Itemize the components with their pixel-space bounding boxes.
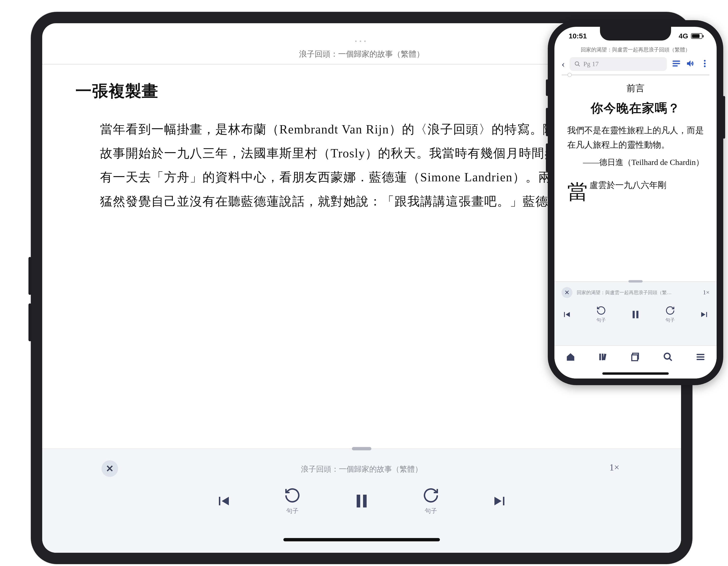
- iphone-device: 10:51 4G 回家的渴望：與盧雲一起再思浪子回頭（繁體） ‹ Pg 17: [548, 20, 723, 385]
- svg-point-2: [575, 62, 579, 65]
- skip-previous-button[interactable]: [215, 492, 232, 510]
- rewind-sentence-button[interactable]: 句子: [596, 305, 606, 323]
- chapter-heading: 你今晚在家嗎？: [567, 100, 704, 117]
- svg-rect-0: [357, 495, 360, 507]
- toc-icon[interactable]: [672, 59, 681, 69]
- pause-button[interactable]: [631, 309, 640, 319]
- rewind-sentence-button[interactable]: 句子: [284, 487, 301, 515]
- tab-reading[interactable]: [631, 352, 640, 363]
- body-start: 盧雲於一九八六年剛: [590, 180, 666, 190]
- svg-point-12: [664, 353, 670, 359]
- iphone-reader-content[interactable]: 前言 你今晚在家嗎？ 我們不是在靈性旅程上的凡人，而是在凡人旅程上的靈性動物。 …: [567, 81, 704, 239]
- home-indicator[interactable]: [602, 372, 669, 375]
- body-text: 當 盧雲於一九八六年剛: [567, 179, 704, 192]
- forward-sentence-button[interactable]: 句子: [422, 487, 439, 515]
- skip-previous-button[interactable]: [562, 309, 571, 319]
- status-time: 10:51: [569, 32, 587, 40]
- player-title: 浪子回頭：一個歸家的故事（繁體）: [42, 464, 681, 474]
- svg-rect-7: [636, 311, 639, 318]
- epigraph-attribution: ——德日進（Teilhard de Chardin）: [567, 156, 704, 169]
- svg-rect-11: [632, 355, 638, 361]
- playback-speed-button[interactable]: 1×: [609, 462, 619, 473]
- page-field-value: Pg 17: [583, 60, 599, 68]
- battery-icon: [691, 33, 702, 39]
- iphone-screen: 10:51 4G 回家的渴望：與盧雲一起再思浪子回頭（繁體） ‹ Pg 17: [554, 27, 717, 378]
- more-icon[interactable]: [700, 59, 710, 69]
- skip-next-button[interactable]: [492, 492, 509, 510]
- tab-home[interactable]: [566, 352, 576, 363]
- close-player-button[interactable]: ✕: [562, 287, 572, 298]
- ipad-audio-player: ✕ 浪子回頭：一個歸家的故事（繁體） 1× 句子 句子: [42, 448, 681, 553]
- audio-icon[interactable]: [686, 59, 695, 69]
- svg-point-4: [704, 63, 705, 64]
- tab-search[interactable]: [663, 352, 673, 363]
- progress-thumb[interactable]: [567, 73, 572, 77]
- iphone-book-title: 回家的渴望：與盧雲一起再思浪子回頭（繁體）: [554, 46, 717, 53]
- svg-point-3: [704, 60, 705, 62]
- svg-rect-1: [363, 495, 367, 507]
- preface-label: 前言: [567, 82, 704, 94]
- svg-point-5: [704, 65, 705, 67]
- player-title: 回家的渴望：與盧雲一起再思浪子回頭（繁…: [577, 289, 699, 296]
- window-drag-dots[interactable]: •••: [355, 38, 368, 45]
- battery-level: [692, 34, 700, 38]
- page-search-field[interactable]: Pg 17: [570, 57, 667, 71]
- status-bar: 10:51 4G: [554, 32, 717, 40]
- player-drag-handle[interactable]: [628, 280, 643, 283]
- svg-rect-6: [633, 311, 635, 318]
- pause-button[interactable]: [353, 492, 370, 510]
- playback-speed-button[interactable]: 1×: [703, 289, 710, 296]
- iphone-toolbar: ‹ Pg 17: [562, 57, 710, 71]
- tab-library[interactable]: [598, 352, 608, 363]
- status-network: 4G: [679, 32, 688, 40]
- svg-rect-8: [599, 354, 601, 360]
- tab-menu[interactable]: [696, 352, 705, 363]
- player-drag-handle[interactable]: [352, 447, 371, 450]
- reading-progress-slider[interactable]: [562, 74, 710, 76]
- back-button[interactable]: ‹: [562, 58, 565, 70]
- iphone-audio-player: ✕ 回家的渴望：與盧雲一起再思浪子回頭（繁… 1× 句子 句子: [554, 282, 717, 345]
- epigraph-quote: 我們不是在靈性旅程上的凡人，而是在凡人旅程上的靈性動物。: [567, 123, 704, 152]
- dropcap: 當: [567, 182, 588, 202]
- skip-next-button[interactable]: [700, 309, 710, 319]
- forward-sentence-button[interactable]: 句子: [665, 305, 675, 323]
- home-indicator[interactable]: [283, 538, 440, 541]
